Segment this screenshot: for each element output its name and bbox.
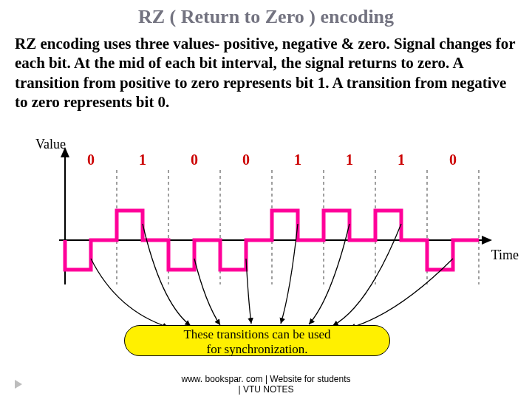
footer: www. bookspar. com | Website for student… [0, 374, 532, 395]
sync-callout: These transitions can be used for synchr… [124, 325, 390, 356]
footer-line2: | VTU NOTES [0, 384, 532, 395]
slide-body: RZ encoding uses three values- positive,… [0, 28, 532, 112]
callout-line2: for synchronization. [207, 342, 308, 356]
footer-line1: www. bookspar. com | Website for student… [182, 374, 351, 384]
slide-title: RZ ( Return to Zero ) encoding [0, 0, 532, 28]
rz-diagram: Value Time 0 1 0 0 1 1 1 0 [13, 137, 519, 358]
callout-line1: These transitions can be used [183, 327, 330, 341]
